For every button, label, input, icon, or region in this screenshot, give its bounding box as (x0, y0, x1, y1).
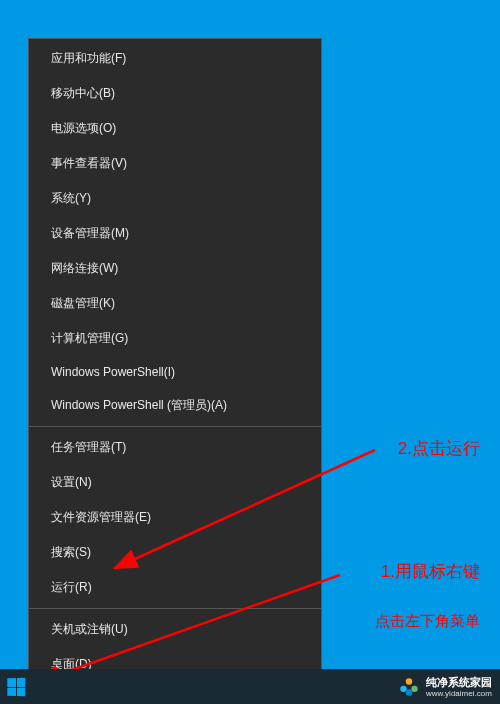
annotation-step1-sub: 点击左下角菜单 (375, 612, 480, 631)
svg-point-4 (400, 686, 406, 692)
menu-item-settings[interactable]: 设置(N) (29, 465, 321, 500)
menu-item-network-connections[interactable]: 网络连接(W) (29, 251, 321, 286)
menu-item-search[interactable]: 搜索(S) (29, 535, 321, 570)
menu-item-run[interactable]: 运行(R) (29, 570, 321, 605)
windows-logo-icon (7, 678, 25, 696)
menu-item-device-manager[interactable]: 设备管理器(M) (29, 216, 321, 251)
svg-point-3 (406, 678, 412, 684)
menu-item-task-manager[interactable]: 任务管理器(T) (29, 430, 321, 465)
menu-item-power-options[interactable]: 电源选项(O) (29, 111, 321, 146)
menu-item-powershell-admin[interactable]: Windows PowerShell (管理员)(A) (29, 388, 321, 423)
menu-item-event-viewer[interactable]: 事件查看器(V) (29, 146, 321, 181)
winx-context-menu: 应用和功能(F) 移动中心(B) 电源选项(O) 事件查看器(V) 系统(Y) … (28, 38, 322, 685)
menu-item-shutdown-signout[interactable]: 关机或注销(U) (29, 612, 321, 647)
menu-divider (29, 608, 321, 609)
annotation-step2: 2.点击运行 (398, 437, 480, 460)
menu-divider (29, 426, 321, 427)
menu-item-disk-management[interactable]: 磁盘管理(K) (29, 286, 321, 321)
menu-item-apps-features[interactable]: 应用和功能(F) (29, 41, 321, 76)
svg-point-5 (411, 686, 417, 692)
watermark-title: 纯净系统家园 (426, 677, 492, 688)
watermark-logo-icon (398, 676, 420, 698)
watermark-url: www.yidaimei.com (426, 690, 492, 698)
annotation-step1: 1.用鼠标右键 (381, 560, 480, 583)
menu-item-mobility-center[interactable]: 移动中心(B) (29, 76, 321, 111)
menu-item-system[interactable]: 系统(Y) (29, 181, 321, 216)
start-button[interactable] (4, 675, 28, 699)
watermark: 纯净系统家园 www.yidaimei.com (398, 676, 492, 698)
svg-point-6 (406, 689, 412, 695)
desktop: 应用和功能(F) 移动中心(B) 电源选项(O) 事件查看器(V) 系统(Y) … (0, 0, 500, 704)
menu-item-powershell[interactable]: Windows PowerShell(I) (29, 356, 321, 388)
menu-item-file-explorer[interactable]: 文件资源管理器(E) (29, 500, 321, 535)
menu-item-computer-management[interactable]: 计算机管理(G) (29, 321, 321, 356)
